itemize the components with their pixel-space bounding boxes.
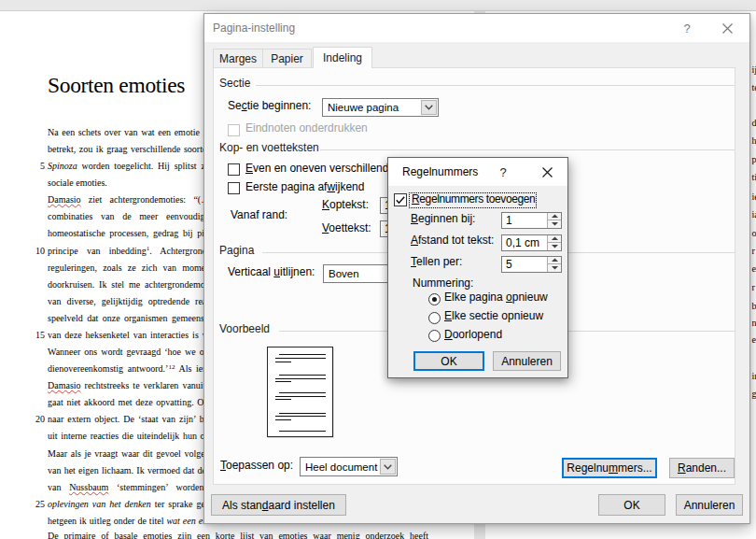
text-segment: dienovereenkomstig antwoord.’ [48, 363, 168, 374]
spinbox-value: 1 [506, 214, 512, 227]
preview-text-line [275, 358, 326, 359]
apply-to-label: Toepassen op: [220, 459, 293, 472]
accelerator-char: w [327, 180, 335, 193]
numbering-label: Nummering: [413, 277, 473, 290]
distance-spinner[interactable] [547, 235, 561, 250]
checkmark-icon [396, 196, 405, 205]
close-icon [722, 23, 733, 34]
cancel-button[interactable]: Annuleren [493, 351, 561, 371]
start-at-spinner[interactable] [547, 213, 561, 228]
page2-text-fragment: er [752, 263, 756, 275]
combobox-dropdown-button[interactable] [421, 100, 437, 115]
italic-text: Spinoza [48, 161, 77, 171]
tab-label: Indeling [323, 51, 362, 64]
start-at-spinbox[interactable]: 1 [501, 212, 562, 229]
group-label-kop-en-voetteksten: Kop- en voetteksten [219, 141, 319, 154]
add-line-numbers-checkbox[interactable] [394, 193, 407, 206]
preview-text-line [279, 354, 327, 355]
page-setup-titlebar[interactable]: Pagina-instelling ? [204, 14, 749, 42]
group-label-pagina: Pagina [219, 244, 254, 257]
vertical-align-label: Verticaal uitlijnen: [228, 265, 315, 278]
accelerator-char: E [245, 162, 253, 175]
suppress-endnotes-label: Eindnoten onderdrukken [245, 121, 368, 135]
accelerator-char: c [242, 99, 247, 112]
start-at-label: Beginnen bij: [411, 212, 475, 225]
text-segment: hetgeen ik uitleg onder de titel [48, 516, 166, 526]
accelerator-char: d [262, 499, 269, 512]
spin-up-icon[interactable] [548, 257, 561, 264]
line-numbers-button[interactable]: Regelnummers... [562, 458, 657, 478]
italic-text: oplevingen van het denken [48, 499, 151, 509]
text-segment: De primaire of basale emoties zijn een k… [48, 531, 428, 539]
distance-spinbox[interactable]: 0,1 cm [501, 234, 562, 251]
set-as-default-button[interactable]: Als standaard instellen [211, 494, 346, 516]
page2-text-fragment: ij [752, 64, 756, 76]
spin-down-icon[interactable] [548, 243, 561, 250]
tab-papier[interactable]: Papier [262, 49, 312, 67]
first-page-checkbox[interactable] [228, 182, 240, 194]
combobox-value: Boven [329, 268, 359, 279]
page2-text-fragment: ne [752, 318, 756, 329]
app-chrome-strip [0, 0, 756, 11]
accelerator-char: V [322, 221, 329, 234]
chevron-down-icon [384, 464, 392, 470]
page2-text-fragment: pe [752, 154, 756, 165]
page2-text-fragment: ie [752, 191, 756, 203]
count-by-spinner[interactable] [547, 257, 561, 272]
ok-button[interactable]: OK [413, 351, 484, 371]
apply-to-combobox[interactable]: Heel document [300, 457, 398, 476]
spin-up-icon[interactable] [548, 213, 561, 220]
page2-text-fragment: te [752, 82, 756, 93]
misspelled-word: Damasio [48, 380, 81, 390]
accelerator-char: m [609, 461, 618, 475]
ok-button[interactable]: OK [598, 494, 665, 516]
tab-indeling[interactable]: Indeling [313, 47, 372, 68]
group-label-voorbeeld: Voorbeeld [219, 322, 270, 335]
radio-every-page[interactable] [428, 293, 441, 305]
odd-even-checkbox[interactable] [228, 163, 240, 176]
section-start-combobox[interactable]: Nieuwe pagina [322, 98, 439, 117]
close-button[interactable] [712, 14, 742, 42]
help-icon: ? [499, 165, 506, 179]
tab-label: Marges [219, 52, 257, 65]
tab-marges[interactable]: Marges [213, 49, 263, 67]
spinbox-value: 5 [506, 258, 512, 271]
cancel-button[interactable]: Annuleren [676, 494, 743, 516]
page2-text-fragment: ia [752, 209, 756, 220]
add-line-numbers-label: Regelnummers toevoegen [412, 192, 535, 206]
help-button[interactable]: ? [672, 14, 702, 42]
page2-text-fragment: r [752, 246, 755, 257]
footnote-reference: 12 [168, 363, 175, 371]
close-button[interactable] [533, 158, 561, 186]
preview-text-line [275, 362, 291, 362]
accelerator-char: A [411, 234, 418, 247]
page2-text-fragment: be [752, 301, 756, 312]
tab-label: Papier [271, 52, 303, 65]
page2-text-fragment: g [752, 389, 756, 400]
close-icon [542, 167, 553, 177]
radio-continuous[interactable] [428, 330, 441, 342]
page2-text-fragment: r [752, 282, 755, 293]
preview-text-line [279, 392, 327, 393]
odd-even-label: Even en oneven verschillend [245, 162, 388, 175]
preview-text-line [275, 396, 326, 397]
preview-text-line [279, 413, 327, 414]
accelerator-char: K [322, 198, 329, 211]
combobox-dropdown-button[interactable] [380, 459, 396, 475]
borders-button[interactable]: Randen... [669, 458, 735, 478]
spin-up-icon[interactable] [548, 235, 561, 243]
suppress-endnotes-checkbox[interactable] [228, 124, 240, 136]
spin-down-icon[interactable] [548, 220, 561, 228]
help-button[interactable]: ? [489, 158, 517, 186]
line-numbers-titlebar[interactable]: Regelnummers ? [388, 158, 567, 186]
combobox-value: Heel document [305, 461, 377, 473]
from-edge-label: Vanaf rand: [231, 208, 287, 221]
spin-down-icon[interactable] [548, 264, 561, 272]
preview-text-line [275, 381, 291, 382]
count-by-spinbox[interactable]: 5 [501, 256, 562, 273]
page-setup-dialog-title: Pagina-instelling [213, 21, 295, 35]
accelerator-char: E [444, 309, 452, 322]
count-by-label: Tellen per: [411, 255, 462, 268]
page2-text-fragment: op [752, 228, 756, 239]
radio-every-section[interactable] [428, 312, 441, 324]
